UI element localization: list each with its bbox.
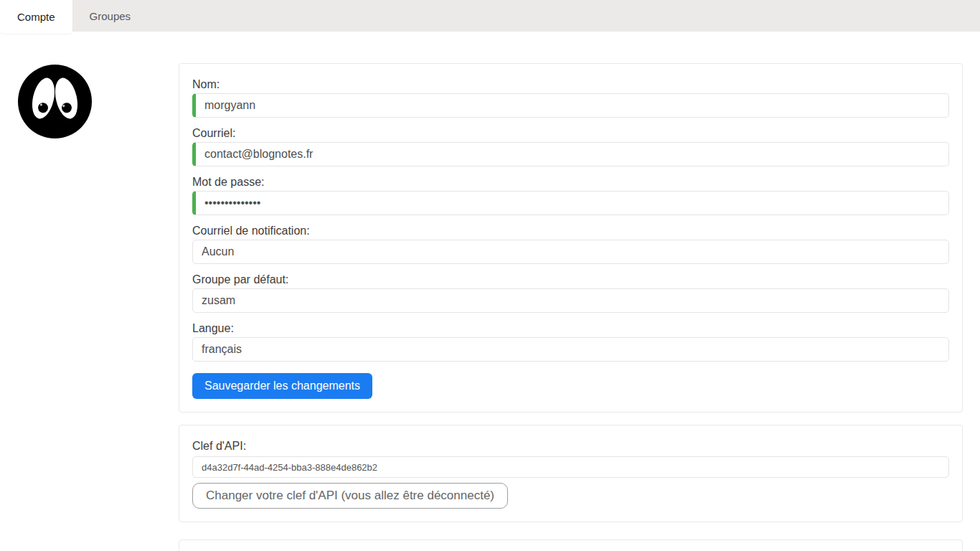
save-changes-button[interactable]: Sauvegarder les changements: [192, 373, 372, 399]
avatar-left-pupil: [37, 102, 50, 114]
default-group-label: Groupe par défaut:: [192, 271, 949, 288]
api-key-card: Clef d'API: Changer votre clef d'API (vo…: [179, 425, 963, 522]
delete-account-card: Une fois votre compte supprimé, il sera …: [179, 540, 963, 551]
avatar-right-eye: [52, 75, 81, 121]
notification-email-select[interactable]: [192, 240, 949, 264]
password-input[interactable]: [192, 191, 949, 215]
user-avatar: [18, 65, 92, 138]
api-key-input[interactable]: [192, 456, 949, 478]
password-label: Mot de passe:: [192, 174, 949, 191]
field-email: Courriel:: [192, 125, 949, 166]
language-label: Langue:: [192, 320, 949, 337]
avatar-right-pupil: [61, 102, 73, 114]
api-key-label: Clef d'API:: [192, 438, 949, 455]
field-language: Langue:: [192, 320, 949, 362]
tab-groupes[interactable]: Groupes: [72, 0, 149, 32]
name-input[interactable]: [192, 93, 949, 118]
email-label: Courriel:: [192, 125, 949, 142]
tab-compte[interactable]: Compte: [0, 0, 72, 34]
field-password: Mot de passe:: [192, 174, 949, 215]
avatar-left-eye: [29, 75, 58, 121]
settings-page: Nom: Courriel: Mot de passe: Courriel de…: [0, 32, 980, 551]
settings-column: Nom: Courriel: Mot de passe: Courriel de…: [179, 32, 963, 551]
notification-email-label: Courriel de notification:: [192, 222, 949, 240]
default-group-select[interactable]: [192, 288, 949, 313]
field-default-group: Groupe par défaut:: [192, 271, 949, 313]
language-select[interactable]: [192, 337, 949, 362]
tab-bar: Compte Groupes: [0, 0, 980, 32]
name-label: Nom:: [192, 76, 949, 93]
change-api-key-button[interactable]: Changer votre clef d'API (vous allez êtr…: [192, 483, 508, 509]
email-input[interactable]: [192, 142, 949, 166]
account-card: Nom: Courriel: Mot de passe: Courriel de…: [179, 63, 963, 413]
field-notification-email: Courriel de notification:: [192, 222, 949, 264]
field-name: Nom:: [192, 76, 949, 118]
